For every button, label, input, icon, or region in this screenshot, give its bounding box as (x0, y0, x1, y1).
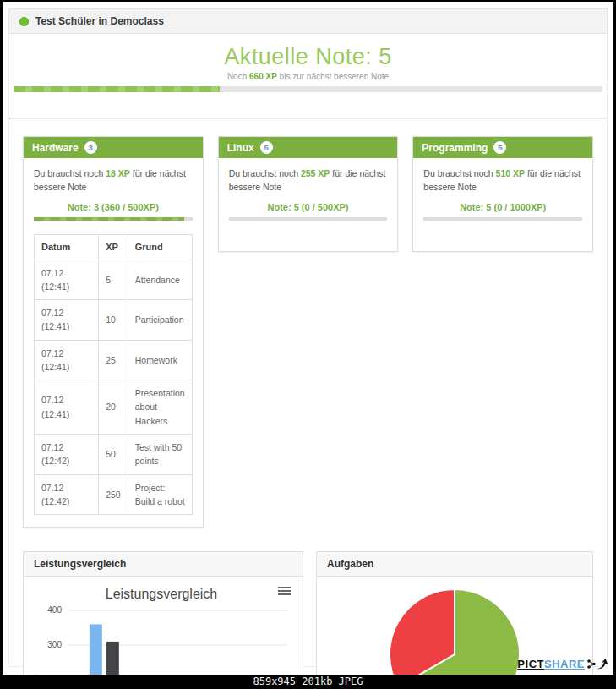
subject-card-header: Linux 5 (219, 137, 398, 158)
page: Test Schüler in Democlass Aktuelle Note:… (3, 2, 613, 675)
performance-panel-title: Leistungsvergleich (24, 552, 303, 577)
need-xp: 18 XP (106, 168, 130, 178)
subject-name: Programming (422, 142, 488, 154)
bar-chart-area: Leistungsvergleich0100200300400XPHardwar… (24, 577, 303, 689)
subject-note-line: Note: 5 (0 / 1000XP) (423, 200, 582, 215)
xp-needed-text: Du brauchst noch 18 XP für die nächst be… (34, 167, 193, 194)
xp-reason: Participation (128, 300, 192, 341)
pictshare-watermark[interactable]: PICTSHARE (517, 658, 608, 670)
xp-header-grund: Grund (128, 234, 192, 260)
xp-date: 07.12 (12:41) (35, 300, 99, 341)
grade-badge: 3 (84, 141, 97, 154)
overall-progress-bar (14, 86, 602, 92)
xp-remaining-suffix: bis zur nächst besseren Note (280, 72, 390, 81)
xp-amount: 250 (99, 474, 128, 515)
xp-amount: 20 (99, 380, 128, 435)
svg-text:300: 300 (47, 640, 62, 649)
subject-note-line: Note: 5 (0 / 500XP) (229, 200, 388, 215)
share-dice-icon (586, 658, 608, 670)
xp-needed-text: Du brauchst noch 255 XP für die nächst b… (229, 167, 388, 194)
subject-name: Linux (227, 142, 254, 154)
chart-menu-button[interactable] (278, 587, 291, 597)
subject-progress-bar (34, 217, 193, 221)
xp-date: 07.12 (12:41) (35, 340, 99, 380)
xp-remaining-value: 660 XP (249, 72, 277, 81)
watermark-share[interactable]: SHARE (544, 658, 585, 670)
xp-date: 07.12 (12:41) (35, 260, 99, 300)
xp-reason: Project: Build a robot (128, 474, 192, 515)
xp-remaining-text: Noch 660 XP bis zur nächst besseren Note (9, 72, 607, 81)
bar-chart: Leistungsvergleich0100200300400XPHardwar… (29, 583, 294, 689)
performance-panel: Leistungsvergleich Leistungsvergleich010… (23, 551, 303, 689)
svg-text:Leistungsvergleich: Leistungsvergleich (106, 587, 218, 601)
xp-table-row: 07.12 (12:41)20Presentation about Hacker… (35, 380, 193, 435)
xp-table-row: 07.12 (12:41)10Participation (35, 300, 193, 341)
need-prefix: Du brauchst noch (229, 168, 298, 178)
subject-card-programming: Programming 5 Du brauchst noch 510 XP fü… (412, 136, 593, 252)
subject-cards: Hardware 3 Du brauchst noch 18 XP für di… (9, 119, 607, 539)
subject-card-hardware: Hardware 3 Du brauchst noch 18 XP für di… (23, 136, 204, 528)
xp-table-body: 07.12 (12:41)5Attendance07.12 (12:41)10P… (35, 260, 193, 514)
tasks-pie-chart (387, 587, 522, 689)
xp-table-row: 07.12 (12:41)5Attendance (35, 260, 193, 300)
image-info-bar: 859x945 201kb JPEG (0, 675, 616, 689)
subject-card-header: Programming 5 (413, 137, 592, 158)
xp-needed-text: Du brauchst noch 510 XP für die nächst b… (423, 167, 582, 194)
xp-table-row: 07.12 (12:41)25Homework (35, 340, 193, 380)
need-prefix: Du brauchst noch (34, 168, 103, 178)
need-xp: 255 XP (301, 168, 330, 178)
xp-reason: Test with 50 points (128, 435, 192, 475)
xp-date: 07.12 (12:42) (35, 474, 99, 515)
xp-table-row: 07.12 (12:42)50Test with 50 points (35, 435, 193, 475)
overall-progress-fill (14, 86, 220, 92)
status-dot-icon (19, 17, 29, 26)
window-title: Test Schüler in Democlass (35, 15, 164, 27)
watermark-pict[interactable]: PICT (517, 658, 544, 670)
xp-table-row: 07.12 (12:42)250Project: Build a robot (35, 474, 193, 515)
xp-header-xp: XP (99, 234, 128, 260)
main-content: Aktuelle Note: 5 Noch 660 XP bis zur näc… (8, 34, 608, 667)
subject-note-line: Note: 3 (360 / 500XP) (34, 200, 193, 215)
window-titlebar: Test Schüler in Democlass (8, 8, 608, 34)
need-xp: 510 XP (496, 168, 525, 178)
subject-card-header: Hardware 3 (24, 137, 203, 158)
xp-amount: 5 (99, 260, 128, 300)
xp-amount: 25 (99, 340, 128, 380)
grade-summary: Aktuelle Note: 5 Noch 660 XP bis zur näc… (9, 34, 607, 119)
tasks-panel-title: Aufgaben (317, 552, 592, 577)
xp-date: 07.12 (12:42) (35, 435, 99, 475)
xp-amount: 50 (99, 435, 128, 475)
xp-table-header-row: Datum XP Grund (35, 234, 193, 260)
svg-text:400: 400 (47, 605, 62, 615)
need-prefix: Du brauchst noch (423, 168, 493, 178)
subject-name: Hardware (32, 142, 79, 154)
xp-reason: Attendance (128, 260, 192, 300)
subject-card-linux: Linux 5 Du brauchst noch 255 XP für die … (218, 136, 399, 252)
xp-reason: Presentation about Hackers (128, 380, 192, 435)
xp-remaining-prefix: Noch (227, 72, 247, 81)
current-grade-heading: Aktuelle Note: 5 (9, 44, 607, 70)
xp-reason: Homework (128, 340, 192, 380)
grade-badge: 5 (260, 141, 273, 154)
xp-date: 07.12 (12:41) (35, 380, 99, 435)
xp-header-datum: Datum (35, 234, 99, 260)
xp-amount: 10 (99, 300, 128, 341)
subject-progress-fill (34, 217, 184, 221)
grade-badge: 5 (493, 141, 506, 154)
xp-history-table: Datum XP Grund 07.12 (12:41)5Attendance0… (34, 234, 193, 516)
